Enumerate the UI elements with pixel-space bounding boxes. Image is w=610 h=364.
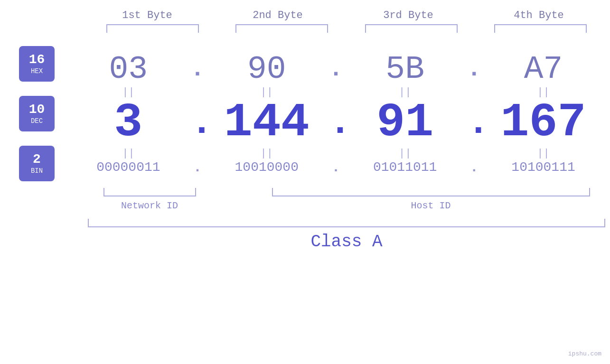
bin-b4: 10100111	[494, 161, 593, 174]
bin-row: 00000011 . 10010000 . 01011011 . 1010011…	[68, 160, 604, 175]
network-id-label: Network ID	[103, 200, 196, 211]
bracket-b4	[494, 24, 587, 33]
id-labels: Network ID Host ID	[88, 200, 605, 211]
hex-b4: A7	[494, 53, 593, 85]
bin-b3: 01011011	[355, 161, 455, 174]
dec-dot3: .	[467, 104, 481, 142]
byte4-header: 4th Byte	[482, 9, 596, 21]
hex-badge: 16 HEX	[19, 46, 55, 82]
bracket-b1	[106, 24, 199, 33]
hex-row: 03 . 90 . 5B . A7	[68, 53, 604, 85]
eq2-b1: ||	[78, 148, 178, 159]
host-id-label: Host ID	[272, 200, 590, 211]
bracket-b3	[365, 24, 458, 33]
class-label: Class A	[88, 232, 605, 252]
equals-row2: || || || ||	[68, 147, 604, 160]
dec-b2: 144	[217, 99, 317, 147]
bin-b1: 00000011	[78, 161, 178, 174]
hex-dot1: .	[190, 57, 205, 81]
bottom-brackets	[88, 188, 605, 196]
hex-dot3: .	[467, 57, 481, 81]
bin-dot1: .	[190, 160, 205, 175]
badges-column: 16 HEX 10 DEC 2 BIN	[6, 41, 68, 186]
bracket-b2	[235, 24, 328, 33]
hex-b2: 90	[217, 53, 317, 85]
main-container: 1st Byte 2nd Byte 3rd Byte 4th Byte 16 H…	[0, 0, 610, 364]
dec-badge: 10 DEC	[19, 96, 55, 131]
bin-b2: 10010000	[217, 161, 317, 174]
hex-b1: 03	[78, 53, 178, 85]
dec-row: 3 . 144 . 91 . 167	[68, 99, 604, 147]
bin-badge: 2 BIN	[19, 146, 55, 181]
dec-dot2: .	[328, 104, 343, 142]
eq2-b4: ||	[494, 148, 593, 159]
host-bracket	[272, 188, 590, 196]
network-bracket	[103, 188, 196, 196]
bin-dot3: .	[467, 160, 481, 175]
eq2-b3: ||	[355, 148, 455, 159]
byte1-header: 1st Byte	[90, 9, 204, 21]
byte2-header: 2nd Byte	[221, 9, 335, 21]
dec-b4: 167	[494, 99, 593, 147]
eq2-b2: ||	[217, 148, 317, 159]
watermark: ipshu.com	[568, 350, 601, 357]
bottom-section: Network ID Host ID Class A	[88, 188, 605, 252]
hex-b3: 5B	[355, 53, 455, 85]
class-bracket	[88, 219, 605, 227]
hex-dot2: .	[328, 57, 343, 81]
byte3-header: 3rd Byte	[351, 9, 465, 21]
bin-dot2: .	[328, 160, 343, 175]
dec-b3: 91	[355, 99, 455, 147]
dec-b1: 3	[78, 99, 178, 147]
top-brackets	[88, 24, 605, 33]
dec-dot1: .	[190, 104, 205, 142]
